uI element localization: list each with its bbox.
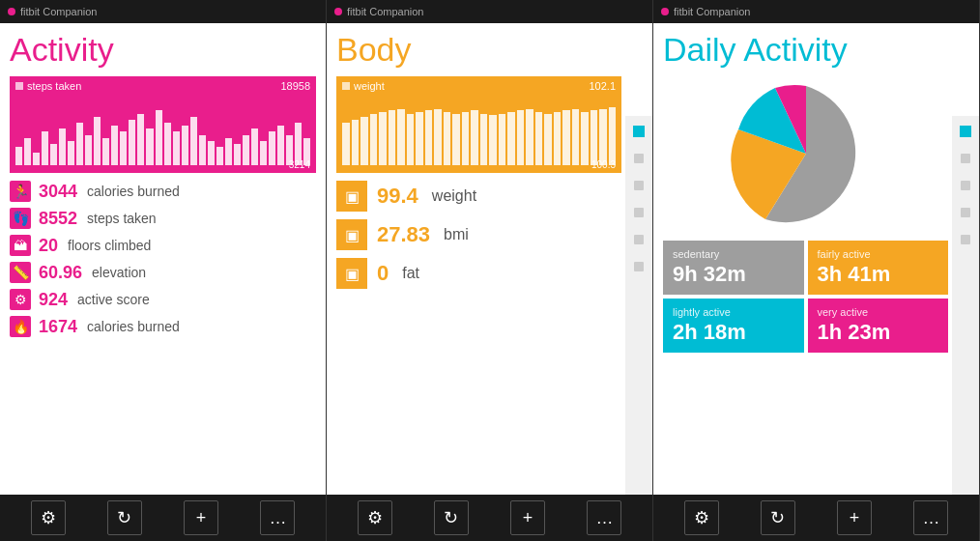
bar xyxy=(526,109,533,165)
bar xyxy=(190,117,197,165)
bar xyxy=(234,144,241,165)
bar xyxy=(425,110,433,165)
activity-cell-cyan: lightly active 2h 18m xyxy=(663,299,804,353)
daily-title: Daily Activity xyxy=(663,31,948,69)
bar xyxy=(208,141,215,165)
bar xyxy=(562,110,570,165)
bar xyxy=(360,117,368,165)
stat-row: ⚙ 924 active score xyxy=(10,289,316,310)
body-stat-label: bmi xyxy=(444,226,469,243)
bar xyxy=(342,123,350,165)
stat-row: 🏃 3044 calories burned xyxy=(10,181,316,202)
body-stat-row: ▣ 0 fat xyxy=(336,258,621,289)
bar xyxy=(544,114,552,165)
more-icon-2[interactable]: … xyxy=(587,500,621,535)
bar xyxy=(137,114,144,165)
refresh-icon-1[interactable]: ↻ xyxy=(107,500,142,535)
fitbit-dot xyxy=(8,8,15,15)
bar xyxy=(471,110,478,165)
bar xyxy=(397,109,405,165)
bar xyxy=(243,135,249,165)
side-icon-dot-3 xyxy=(627,201,650,224)
activity-cell-value: 2h 18m xyxy=(673,320,794,345)
bar xyxy=(507,112,515,165)
pie-chart xyxy=(709,76,903,231)
chart-dot-1 xyxy=(15,82,23,90)
stat-row: 🔥 1674 calories burned xyxy=(10,316,316,337)
activity-cell-orange: fairly active 3h 41m xyxy=(808,241,949,295)
activity-grid: sedentary 9h 32m fairly active 3h 41m li… xyxy=(663,241,948,353)
chart-bottom-2: 100.3 xyxy=(591,159,616,170)
bar xyxy=(269,131,275,165)
stat-value: 1674 xyxy=(39,317,77,337)
title-bar-text-3: fitbit Companion xyxy=(674,6,751,17)
screen-daily-activity: fitbit Companion Daily Activity sedentar… xyxy=(653,0,980,541)
screen-activity: fitbit Companion Today Activity steps ta… xyxy=(0,0,327,541)
chart-value-right-1: 18958 xyxy=(280,80,310,92)
refresh-icon-3[interactable]: ↻ xyxy=(761,500,795,535)
stat-label: floors climbed xyxy=(68,238,151,253)
more-icon-3[interactable]: … xyxy=(913,500,948,535)
body-stat-row: ▣ 99.4 weight xyxy=(336,181,621,212)
activity-cell-pink: very active 1h 23m xyxy=(808,299,949,353)
settings-icon-2[interactable]: ⚙ xyxy=(358,500,392,535)
bar xyxy=(76,123,83,165)
bar xyxy=(68,141,74,165)
stat-icon: 📏 xyxy=(10,262,31,283)
side-icon-cyan-1 xyxy=(627,120,650,143)
bar xyxy=(609,107,617,165)
bar xyxy=(517,110,525,165)
bar xyxy=(173,131,180,165)
side-icon-dot-2 xyxy=(627,174,650,197)
bar xyxy=(462,112,470,165)
side-icon-dot-8 xyxy=(954,201,977,224)
bar xyxy=(94,117,101,165)
body-stat-icon: ▣ xyxy=(336,258,367,289)
side-icon-cyan-3 xyxy=(954,120,977,143)
settings-icon-3[interactable]: ⚙ xyxy=(684,500,719,535)
bar xyxy=(85,135,92,165)
bar xyxy=(156,110,162,165)
side-icon-dot-5 xyxy=(627,255,650,278)
bar xyxy=(499,114,506,165)
add-icon-3[interactable]: + xyxy=(837,500,872,535)
body-stat-value: 99.4 xyxy=(377,184,418,209)
title-bar-text-2: fitbit Companion xyxy=(347,6,424,17)
stat-row: 👣 8552 steps taken xyxy=(10,208,316,229)
add-icon-2[interactable]: + xyxy=(510,500,545,535)
chart-label-2: weight xyxy=(342,80,616,92)
stat-icon: 👣 xyxy=(10,208,31,229)
body-stats-list: ▣ 99.4 weight ▣ 27.83 bmi ▣ 0 fat xyxy=(336,181,621,289)
bar xyxy=(452,114,460,165)
more-icon-1[interactable]: … xyxy=(260,500,295,535)
side-icon-dot-6 xyxy=(954,147,977,170)
stat-icon: 🏃 xyxy=(10,181,31,202)
chart-dot-2 xyxy=(342,82,350,90)
body-stat-value: 27.83 xyxy=(377,222,430,247)
fitbit-dot-3 xyxy=(661,8,669,15)
activity-chart: steps taken 18958 3214 xyxy=(10,76,316,173)
body-title: Body xyxy=(336,31,621,69)
bar xyxy=(42,131,48,165)
settings-icon-1[interactable]: ⚙ xyxy=(31,500,66,535)
bar xyxy=(277,126,284,165)
stat-value: 60.96 xyxy=(39,263,82,283)
bar xyxy=(581,112,589,165)
bar xyxy=(120,131,127,165)
side-icons-2 xyxy=(625,116,652,495)
bar xyxy=(182,126,188,165)
stat-value: 924 xyxy=(39,290,68,310)
side-icon-dot-7 xyxy=(954,174,977,197)
stat-label: calories burned xyxy=(87,184,180,199)
body-content: Body weight 102.1 100.3 ▣ 99.4 weight ▣ … xyxy=(327,23,652,495)
bar xyxy=(102,138,109,165)
title-bar-3: fitbit Companion xyxy=(653,0,979,23)
screen-body: fitbit Companion 2 January Body weight 1… xyxy=(327,0,653,541)
add-icon-1[interactable]: + xyxy=(184,500,218,535)
bar xyxy=(480,114,488,165)
bar xyxy=(434,109,442,165)
stat-icon: ⚙ xyxy=(10,289,31,310)
bottom-bar-2: ⚙ ↻ + … xyxy=(327,495,652,541)
refresh-icon-2[interactable]: ↻ xyxy=(434,500,469,535)
stat-row: 📏 60.96 elevation xyxy=(10,262,316,283)
